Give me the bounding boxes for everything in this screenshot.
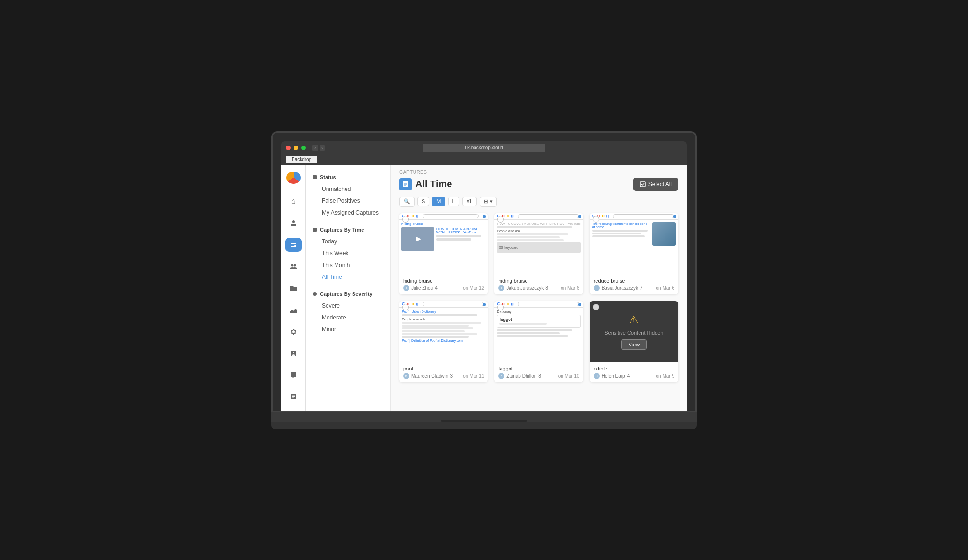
svg-point-1 xyxy=(291,264,293,266)
capture-info: poof M Maureen Gladwin 3 on Mar 11 xyxy=(399,362,488,382)
capture-user: H Helen Earp 4 xyxy=(594,373,630,379)
avatar: H xyxy=(594,373,600,379)
sidebar-time-header: Captures By Time xyxy=(306,224,390,235)
nav-profile[interactable] xyxy=(285,346,302,361)
capture-meta: Z Zainab Dhillon 8 on Mar 10 xyxy=(498,373,579,379)
capture-info: faggot Z Zainab Dhillon 8 on Mar 10 xyxy=(494,362,583,382)
svg-point-4 xyxy=(293,352,294,353)
view-toggle-btn[interactable]: ⊞ ▾ xyxy=(480,197,497,207)
capture-info: edible H Helen Earp 4 on Mar 9 xyxy=(590,362,678,382)
maximize-btn[interactable] xyxy=(301,146,306,150)
sidebar-item-unmatched[interactable]: Unmatched xyxy=(309,183,388,195)
capture-thumbnail: Goog Poof - Urban Dictionary People also… xyxy=(399,301,488,362)
zoom-btn[interactable]: 🔍 xyxy=(399,197,415,207)
close-btn[interactable] xyxy=(286,146,291,150)
sidebar-severity-section: Captures By Severity Severe Moderate Min… xyxy=(306,288,390,335)
avatar: Z xyxy=(498,373,504,379)
view-sensitive-button[interactable]: View xyxy=(621,339,647,350)
capture-date: on Mar 6 xyxy=(561,285,579,291)
page-header: All Time Select All xyxy=(399,178,678,191)
card-checkbox[interactable] xyxy=(593,216,599,223)
capture-info: hiding bruise J Jakub Juraszczyk 8 on Ma… xyxy=(494,275,583,294)
browser-titlebar: ‹ › uk.backdrop.cloud xyxy=(281,141,687,155)
capture-card[interactable]: Goog Poof - Urban Dictionary People also… xyxy=(399,301,488,382)
avatar: B xyxy=(594,285,600,291)
capture-meta: J Julie Zhou 4 on Mar 12 xyxy=(403,285,484,291)
sidebar-item-this-month[interactable]: This Month xyxy=(309,259,388,271)
size-xl-btn[interactable]: XL xyxy=(462,197,477,206)
svg-point-8 xyxy=(313,292,317,296)
icon-sidebar: ⌂ xyxy=(281,165,306,411)
minimize-btn[interactable] xyxy=(294,146,298,150)
capture-thumbnail: Goog HOW TO COVER A BRUISE WITH LIPSTICK… xyxy=(494,213,583,275)
card-checkbox[interactable] xyxy=(402,216,409,223)
size-l-btn[interactable]: L xyxy=(448,197,459,206)
sidebar: Status Unmatched False Positives My Assi… xyxy=(306,165,391,411)
nav-captures[interactable] xyxy=(285,238,302,252)
nav-groups[interactable] xyxy=(285,259,302,274)
capture-card[interactable]: G o o g hiding bruise xyxy=(399,213,488,294)
warning-icon: ⚠ xyxy=(629,314,639,326)
nav-home[interactable]: ⌂ xyxy=(285,194,302,208)
capture-meta: M Maureen Gladwin 3 on Mar 11 xyxy=(403,373,484,379)
capture-user: Z Zainab Dhillon 8 xyxy=(498,373,541,379)
capture-user: B Basia Juraszczyk 7 xyxy=(594,285,643,291)
capture-card[interactable]: Goog The following treatments can be don… xyxy=(590,213,678,294)
capture-thumbnail: Goog Dictionary faggot xyxy=(494,301,583,362)
sidebar-status-header: Status xyxy=(306,172,390,183)
sidebar-item-severe[interactable]: Severe xyxy=(309,300,388,311)
page-title: All Time xyxy=(399,178,452,190)
capture-keyword: faggot xyxy=(498,366,579,371)
card-checkbox[interactable] xyxy=(402,304,409,310)
sidebar-item-false-positives[interactable]: False Positives xyxy=(309,195,388,207)
capture-keyword: poof xyxy=(403,366,484,371)
sidebar-item-this-week[interactable]: This Week xyxy=(309,248,388,259)
sidebar-item-assigned-captures[interactable]: My Assigned Captures xyxy=(309,207,388,218)
select-all-button[interactable]: Select All xyxy=(633,178,678,191)
address-bar[interactable]: uk.backdrop.cloud xyxy=(423,144,545,152)
main-content: CAPTURES All Time Select All xyxy=(391,165,687,411)
svg-rect-7 xyxy=(313,228,317,232)
sidebar-item-minor[interactable]: Minor xyxy=(309,324,388,335)
capture-meta: J Jakub Juraszczyk 8 on Mar 6 xyxy=(498,285,579,291)
avatar: J xyxy=(403,285,409,291)
capture-date: on Mar 12 xyxy=(463,285,484,291)
sidebar-item-today[interactable]: Today xyxy=(309,236,388,247)
nav-settings[interactable] xyxy=(285,325,302,339)
browser-tab[interactable]: Backdrop xyxy=(286,156,317,163)
svg-point-2 xyxy=(294,264,296,266)
svg-rect-6 xyxy=(313,175,317,179)
capture-card[interactable]: ⚠ Sensitive Content Hidden View edible xyxy=(590,301,678,382)
forward-btn[interactable]: › xyxy=(320,145,325,151)
size-s-btn[interactable]: S xyxy=(417,197,429,206)
back-btn[interactable]: ‹ xyxy=(312,145,318,151)
capture-meta: H Helen Earp 4 on Mar 9 xyxy=(594,373,674,379)
nav-chat[interactable] xyxy=(285,368,302,382)
toolbar: 🔍 S M L XL ⊞ ▾ xyxy=(399,197,678,207)
svg-marker-11 xyxy=(416,237,421,241)
sidebar-item-all-time[interactable]: All Time xyxy=(309,271,388,283)
breadcrumb: CAPTURES xyxy=(399,170,678,175)
capture-info: hiding bruise J Julie Zhou 4 on Mar 12 xyxy=(399,275,488,294)
avatar: J xyxy=(498,285,504,291)
nav-reports[interactable] xyxy=(285,390,302,404)
capture-date: on Mar 11 xyxy=(463,373,484,379)
size-m-btn[interactable]: M xyxy=(432,197,445,206)
card-checkbox[interactable] xyxy=(497,304,504,310)
card-checkbox[interactable] xyxy=(593,304,599,310)
captures-grid: G o o g hiding bruise xyxy=(399,213,678,382)
avatar: M xyxy=(403,373,409,379)
capture-keyword: edible xyxy=(594,366,674,371)
sidebar-item-moderate[interactable]: Moderate xyxy=(309,312,388,323)
capture-card[interactable]: Goog Dictionary faggot xyxy=(494,301,583,382)
nav-users[interactable] xyxy=(285,216,302,230)
app-logo[interactable] xyxy=(286,172,301,184)
sidebar-severity-header: Captures By Severity xyxy=(306,288,390,300)
card-checkbox[interactable] xyxy=(497,216,504,223)
capture-card[interactable]: Goog HOW TO COVER A BRUISE WITH LIPSTICK… xyxy=(494,213,583,294)
capture-date: on Mar 10 xyxy=(558,373,579,379)
nav-folder[interactable] xyxy=(285,281,302,295)
nav-analytics[interactable] xyxy=(285,303,302,317)
sensitive-content-overlay: ⚠ Sensitive Content Hidden View xyxy=(590,301,678,362)
page-title-icon xyxy=(399,178,412,190)
